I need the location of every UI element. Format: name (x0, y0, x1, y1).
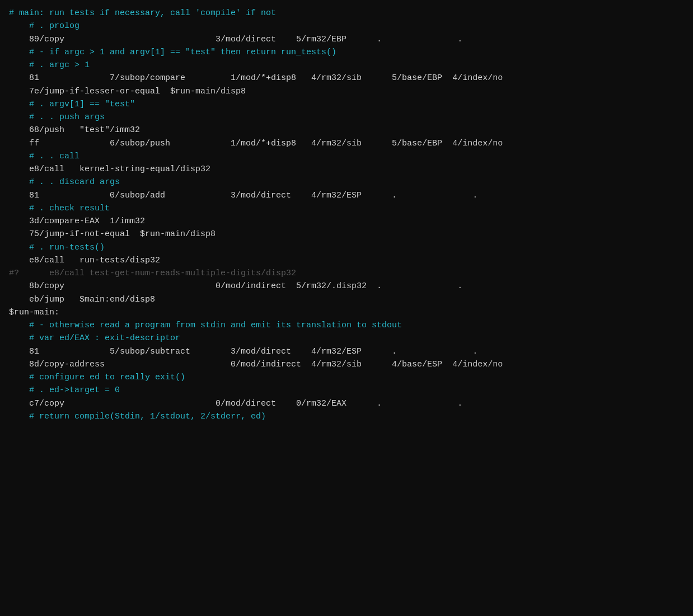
code-line: # . ed->target = 0 (9, 384, 684, 397)
code-line: # . run-tests() (9, 241, 684, 254)
code-line: ff 6/subop/push 1/mod/*+disp8 4/rm32/sib… (9, 137, 684, 150)
code-line: $run-main: (9, 306, 684, 319)
code-line: c7/copy 0/mod/direct 0/rm32/EAX . . (9, 397, 684, 410)
code-line: 81 7/subop/compare 1/mod/*+disp8 4/rm32/… (9, 72, 684, 84)
code-line: # . . call (9, 150, 684, 163)
code-line: 68/push "test"/imm32 (9, 124, 684, 137)
code-line: 8b/copy 0/mod/indirect 5/rm32/.disp32 . … (9, 280, 684, 293)
code-line: # main: run tests if necessary, call 'co… (9, 7, 684, 20)
code-line: 3d/compare-EAX 1/imm32 (9, 215, 684, 228)
code-line: 7e/jump-if-lesser-or-equal $run-main/dis… (9, 85, 684, 98)
code-line: # . check result (9, 202, 684, 215)
code-line: 75/jump-if-not-equal $run-main/disp8 (9, 228, 684, 241)
code-line: e8/call run-tests/disp32 (9, 254, 684, 267)
code-line: # - otherwise read a program from stdin … (9, 319, 684, 332)
code-line: # . prolog (9, 20, 684, 32)
code-line: #? e8/call test-get-num-reads-multiple-d… (9, 267, 684, 280)
code-line: # . argv[1] == "test" (9, 98, 684, 111)
code-line: 81 0/subop/add 3/mod/direct 4/rm32/ESP .… (9, 189, 684, 202)
code-line: eb/jump $main:end/disp8 (9, 293, 684, 306)
code-line: 89/copy 3/mod/direct 5/rm32/EBP . . (9, 33, 684, 46)
code-line: e8/call kernel-string-equal/disp32 (9, 163, 684, 176)
code-line: 81 5/subop/subtract 3/mod/direct 4/rm32/… (9, 345, 684, 358)
code-editor: # main: run tests if necessary, call 'co… (0, 7, 693, 423)
code-line: # var ed/EAX : exit-descriptor (9, 332, 684, 345)
code-line: # - if argc > 1 and argv[1] == "test" th… (9, 46, 684, 59)
code-line: # . . push args (9, 111, 684, 124)
code-line: # return compile(Stdin, 1/stdout, 2/stde… (9, 410, 684, 423)
code-line: # configure ed to really exit() (9, 371, 684, 384)
code-line: 8d/copy-address 0/mod/indirect 4/rm32/si… (9, 358, 684, 371)
code-line: # . . discard args (9, 176, 684, 189)
code-line: # . argc > 1 (9, 59, 684, 72)
